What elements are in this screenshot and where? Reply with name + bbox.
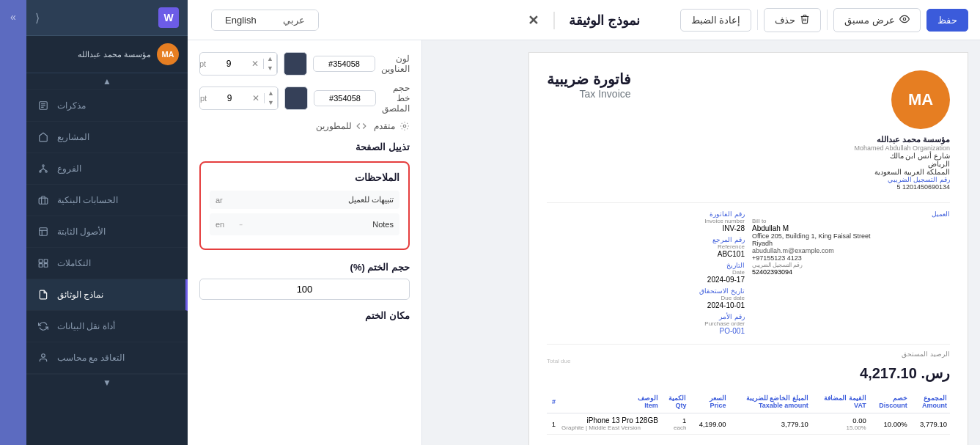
reference-block: رقم المرجع Reference ABC101 (547, 236, 745, 258)
main-content-area: حفظ عرض مسبق حذف إعادة الضبط نموذج الوثي… (188, 0, 980, 445)
note-separator-en: - (239, 218, 243, 231)
heading-pt-up-arrow[interactable]: ▲ (264, 54, 276, 64)
company-name: مؤسسة محمد عبدالله (854, 135, 950, 144)
col-discount-header: خصم Discount (869, 391, 910, 413)
trash-icon (800, 14, 810, 26)
notes-section: الملاحظات تنبيهات للعميل ar Notes - en (199, 161, 410, 250)
seal-location-section: مكان الختم (199, 310, 410, 321)
sidebar-navigation: ▲ مذكرات المشاريع الفروع الحسابات البنكي… (26, 73, 188, 445)
sidebar-item-branches[interactable]: الفروع (26, 153, 188, 185)
sidebar-item-bank[interactable]: الحسابات البنكية (26, 185, 188, 216)
invoice-number-value: INV-28 (547, 224, 745, 232)
sidebar-item-data-transfer[interactable]: أداة نقل البيانات (26, 311, 188, 342)
invoice-table-header-row: المجموع Amount خصم Discount القيمة المضا… (547, 391, 950, 413)
heading-pt-input[interactable] (210, 59, 247, 69)
cell-qty: 1 each (661, 413, 690, 435)
col-taxable-header: المبلغ الخاضع للضريبة Taxable amount (729, 391, 811, 413)
sidebar-collapse-button[interactable]: ⟨ (35, 11, 40, 25)
attachment-pt-close[interactable]: ✕ (248, 93, 265, 103)
po-value: PO-001 (547, 327, 745, 335)
total-due-section: الرصيد المستحق Total due رس. 4,217.10 (547, 344, 950, 382)
col-vat-header: القيمة المضافة VAT (811, 391, 869, 413)
heading-color-row: لون العناوين ▲ ▼ ✕ pt (199, 52, 410, 76)
due-date-label-ar: تاريخ الاستحقاق (547, 287, 745, 295)
cell-num: 1 (547, 413, 559, 435)
note-row-ar: تنبيهات للعميل ar (210, 191, 399, 209)
invoice-paper: MA مؤسسة محمد عبدالله Mohamed Abdullah O… (528, 52, 968, 445)
arabic-lang-button[interactable]: عربي (270, 10, 318, 30)
company-country: المملكة العربية السعودية (854, 168, 950, 176)
company-city: الرياض (854, 160, 950, 168)
preview-button[interactable]: عرض مسبق (833, 8, 921, 32)
invoice-details-grid: العميل Bill to Abdullah M Office 205, Bu… (547, 202, 950, 335)
attachment-font-color-swatch[interactable] (284, 87, 308, 110)
client-email: abudullah.m@example.com (752, 247, 950, 254)
svg-line-9 (43, 169, 46, 171)
svg-rect-14 (39, 264, 43, 268)
heading-pt-close[interactable]: ✕ (247, 59, 264, 69)
heading-pt-down-arrow[interactable]: ▼ (264, 64, 276, 73)
svg-point-18 (403, 125, 406, 128)
notes-title: الملاحظات (210, 172, 399, 183)
right-navigation-sidebar: W ⟨ MA مؤسسة محمد عبدالله ▲ مذكرات المشا… (26, 0, 188, 445)
sidebar-item-integrations[interactable]: التكاملات (26, 248, 188, 279)
language-switch: عربي English (211, 10, 319, 31)
date-block: التاريخ Date 2024-09-17 (547, 262, 745, 284)
sidebar-item-templates[interactable]: نماذج الوثائق (26, 279, 188, 311)
bank-icon (37, 194, 50, 207)
purchase-order-block: رقم الأمر Purchase order PO-001 (547, 313, 745, 335)
developer-icon (356, 121, 366, 131)
dialog-title: نموذج الوثيقة ✕ (528, 0, 640, 40)
sidebar-item-memos[interactable]: مذكرات (26, 90, 188, 122)
outer-collapsed-sidebar: » (0, 0, 26, 445)
sidebar-item-accountant[interactable]: التعاقد مع محاسب (26, 342, 188, 374)
save-button[interactable]: حفظ (926, 9, 968, 32)
reset-button[interactable]: إعادة الضبط (680, 9, 752, 32)
title-separator (553, 12, 554, 29)
scroll-down-icon[interactable]: ▼ (103, 378, 111, 388)
col-num-header: # (547, 391, 559, 413)
cell-taxable: 3,779.10 (729, 413, 811, 435)
dialog-title-text: نموذج الوثيقة (569, 12, 640, 29)
attachment-pt-down-arrow[interactable]: ▼ (265, 98, 277, 108)
svg-rect-13 (44, 260, 48, 263)
note-lang-en: en (215, 220, 233, 229)
advanced-toggle[interactable]: متقدم (374, 121, 410, 131)
cell-vat: 0.00 15.00% (811, 413, 869, 435)
reference-label-ar: رقم المرجع (547, 236, 745, 243)
outer-collapse-button[interactable]: » (4, 7, 23, 26)
note-lang-ar: ar (215, 196, 233, 205)
developer-toggle[interactable]: للمطورين (316, 121, 366, 131)
svg-rect-12 (39, 260, 43, 263)
english-lang-button[interactable]: English (212, 10, 270, 30)
invoice-header: MA مؤسسة محمد عبدالله Mohamed Abdullah O… (547, 70, 950, 191)
heading-pt-arrows: ▲ ▼ (264, 54, 277, 73)
delete-button[interactable]: حذف (764, 8, 821, 32)
invoice-table-row-1: 3,779.10 10.00% 0.00 15.00% 3,779.10 4,1… (547, 413, 950, 435)
client-address: Office 205, Building 1, King Faisal Stre… (752, 232, 950, 240)
note-text-en: Notes (248, 220, 394, 229)
content-area: لون العناوين ▲ ▼ ✕ pt حجم خط الملصق (188, 40, 980, 445)
invoice-preview-area: MA مؤسسة محمد عبدالله Mohamed Abdullah O… (422, 40, 980, 445)
scroll-up-icon[interactable]: ▲ (103, 76, 111, 87)
heading-color-swatch[interactable] (284, 52, 307, 76)
po-label-ar: رقم الأمر (547, 313, 745, 320)
settings-panel: لون العناوين ▲ ▼ ✕ pt حجم خط الملصق (188, 40, 422, 445)
close-button[interactable]: ✕ (528, 12, 539, 29)
branches-icon (37, 162, 50, 175)
invoice-title-en: Tax Invoice (547, 88, 631, 100)
attachment-pt-input[interactable] (211, 93, 248, 103)
sidebar-item-projects[interactable]: المشاريع (26, 122, 188, 153)
footer-section-title: تذييل الصفحة (199, 141, 410, 152)
client-phone: +97155123 4123 (752, 254, 950, 262)
seal-size-input[interactable] (199, 279, 410, 300)
attachment-pt-up-arrow[interactable]: ▲ (265, 89, 277, 98)
svg-point-17 (903, 18, 906, 21)
company-details: مؤسسة محمد عبدالله Mohamed Abdullah Orga… (854, 135, 950, 191)
svg-point-5 (40, 171, 41, 172)
company-logo: MA (891, 70, 950, 129)
attachment-font-hex-input[interactable] (314, 90, 376, 106)
sidebar-item-assets[interactable]: الأصول الثابتة (26, 216, 188, 248)
heading-color-hex-input[interactable] (313, 56, 375, 72)
eye-icon (899, 14, 910, 26)
